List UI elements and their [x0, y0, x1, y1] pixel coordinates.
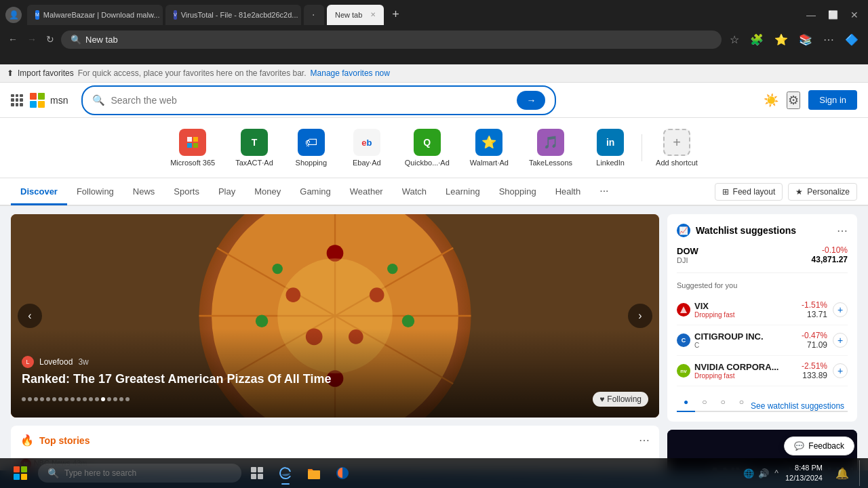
- show-desktop-button[interactable]: [859, 460, 863, 486]
- profile-icon[interactable]: 👤: [5, 7, 22, 23]
- taskbar: 🔍 🌐 🔊 ^: [0, 458, 868, 488]
- extensions-button[interactable]: 🧩: [746, 29, 768, 50]
- edge-sidebar-button[interactable]: 🔷: [841, 29, 863, 50]
- refresh-button[interactable]: ↻: [43, 31, 57, 47]
- forward-button[interactable]: →: [24, 31, 39, 47]
- tab-newtab[interactable]: New tab ✕: [327, 5, 384, 25]
- start-button[interactable]: [5, 460, 35, 486]
- feedback-button[interactable]: 💬 Feedback: [784, 436, 854, 455]
- tab-dot[interactable]: ·: [304, 5, 324, 25]
- shortcut-shopping[interactable]: 🏷 Shopping: [284, 123, 338, 172]
- add-citi-button[interactable]: +: [833, 333, 848, 348]
- wl-tab-3[interactable]: ○: [714, 394, 732, 412]
- title-bar: 👤 M MalwareBazaar | Download malw... ✕ V…: [0, 0, 868, 26]
- apps-grid-button[interactable]: [11, 94, 23, 106]
- see-suggestions-link[interactable]: See watchlist suggestions: [751, 401, 844, 411]
- wl-tab-4[interactable]: ○: [732, 394, 751, 412]
- stock-item-vix[interactable]: VIX Dropping fast -1.51% 13.71 +: [677, 295, 848, 325]
- close-button[interactable]: ✕: [846, 5, 863, 24]
- manage-favorites-link[interactable]: Manage favorites now: [311, 68, 390, 78]
- tab-play[interactable]: Play: [209, 180, 245, 205]
- shortcut-quickbooks[interactable]: Q Quickbo...·Ad: [395, 123, 459, 172]
- nvda-logo: nv: [677, 364, 690, 378]
- dow-section: DOW DJI -0.10% 43,871.27: [677, 245, 848, 273]
- taskbar-clock[interactable]: 8:48 PM 12/13/2024: [780, 460, 828, 487]
- tab-shopping[interactable]: Shopping: [490, 180, 546, 205]
- tab-weather[interactable]: Weather: [340, 180, 393, 205]
- address-field[interactable]: [85, 35, 712, 45]
- feed-layout-button[interactable]: ⊞ Feed layout: [715, 183, 783, 201]
- carousel-overlay: L Lovefood 3w Ranked: The 17 Greatest Am…: [11, 329, 659, 418]
- shortcut-add[interactable]: + Add shortcut: [646, 123, 707, 172]
- personalize-button[interactable]: ★ Personalize: [788, 183, 857, 201]
- tab-watch[interactable]: Watch: [393, 180, 436, 205]
- walmart-icon: ⭐: [475, 129, 502, 156]
- carousel-follow-button[interactable]: ♥ Following: [593, 392, 648, 407]
- taskbar-firefox-icon[interactable]: [330, 460, 355, 486]
- maximize-button[interactable]: ⬜: [824, 5, 842, 24]
- search-input[interactable]: [111, 95, 511, 106]
- minimize-button[interactable]: —: [802, 5, 820, 24]
- taskbar-explorer-icon[interactable]: [301, 460, 327, 486]
- feedback-icon: 💬: [794, 441, 804, 451]
- tab-money[interactable]: Money: [245, 180, 290, 205]
- new-tab-button[interactable]: +: [387, 6, 405, 23]
- collections-button[interactable]: 📚: [795, 29, 816, 50]
- system-tray[interactable]: 🌐 🔊: [739, 468, 773, 479]
- chevron-up-icon[interactable]: ^: [774, 468, 778, 478]
- task-view-button[interactable]: [244, 460, 270, 486]
- search-submit-button[interactable]: →: [517, 91, 545, 110]
- walmart-label: Walmart·Ad: [470, 159, 509, 167]
- new-tab-page: msn 🔍 → ☀️ ⚙ Sign in Micr: [0, 83, 868, 488]
- dot-12: [89, 397, 93, 401]
- top-stories-more-button[interactable]: ⋯: [639, 434, 650, 447]
- tab-discover[interactable]: Discover: [11, 180, 67, 205]
- search-bar[interactable]: 🔍 →: [81, 85, 556, 115]
- back-button[interactable]: ←: [5, 31, 20, 47]
- carousel-prev-button[interactable]: ‹: [18, 304, 42, 328]
- add-vix-button[interactable]: +: [833, 302, 848, 317]
- msn-logo[interactable]: msn: [30, 93, 68, 108]
- tab-more[interactable]: ···: [590, 178, 618, 206]
- tab-news[interactable]: News: [123, 180, 165, 205]
- taskbar-search[interactable]: 🔍: [38, 464, 241, 483]
- tab-learning[interactable]: Learning: [436, 180, 490, 205]
- dot-2: [28, 397, 32, 401]
- add-nvda-button[interactable]: +: [833, 363, 848, 378]
- weather-widget[interactable]: ☀️: [764, 93, 778, 108]
- carousel-next-button[interactable]: ›: [628, 304, 652, 328]
- shortcut-linkedin[interactable]: in LinkedIn: [583, 123, 637, 172]
- sign-in-button[interactable]: Sign in: [808, 90, 857, 110]
- wl-tab-2[interactable]: ○: [695, 394, 713, 412]
- taskbar-search-input[interactable]: [64, 468, 232, 478]
- browser-settings-button[interactable]: ⋯: [819, 29, 838, 50]
- search-icon-msn: 🔍: [92, 94, 105, 106]
- address-input-container[interactable]: 🔍: [61, 30, 722, 49]
- tab-malwarebazaar[interactable]: M MalwareBazaar | Download malw... ✕: [27, 5, 163, 25]
- stock-item-nvda[interactable]: nv NVIDIA CORPORA... Dropping fast -2.51…: [677, 356, 848, 386]
- favorites-button[interactable]: ⭐: [770, 29, 792, 50]
- notification-bell-button[interactable]: 🔔: [829, 460, 855, 486]
- stock-item-citi[interactable]: C CITIGROUP INC. C -0.47% 71.09 +: [677, 325, 848, 356]
- tab-close-4[interactable]: ✕: [370, 11, 376, 18]
- wl-tab-1[interactable]: ●: [677, 394, 695, 412]
- shortcut-takelessons[interactable]: 🎵 TakeLessons: [519, 123, 582, 172]
- shopping-icon: 🏷: [298, 129, 325, 156]
- star-button[interactable]: ☆: [726, 29, 743, 50]
- dot-11: [83, 397, 87, 401]
- shortcut-ms365[interactable]: Microsoft 365: [161, 123, 224, 172]
- dot-indicators: [22, 397, 130, 401]
- tab-following[interactable]: Following: [67, 180, 123, 205]
- tab-health[interactable]: Health: [546, 180, 591, 205]
- tab-sports[interactable]: Sports: [164, 180, 209, 205]
- tab-virustotal[interactable]: V VirusTotal - File - 81e2acbd26c2d... ✕: [165, 5, 301, 25]
- dot-13: [95, 397, 99, 401]
- shortcut-taxact[interactable]: T TaxACT·Ad: [226, 123, 283, 172]
- shortcut-walmart[interactable]: ⭐ Walmart·Ad: [460, 123, 518, 172]
- tab-gaming[interactable]: Gaming: [290, 180, 340, 205]
- taskbar-edge-icon[interactable]: [273, 460, 298, 486]
- watchlist-more-button[interactable]: ⋯: [837, 224, 848, 237]
- shortcut-ebay[interactable]: eb Ebay·Ad: [340, 123, 394, 172]
- suggested-label: Suggested for you: [677, 281, 848, 289]
- settings-button[interactable]: ⚙: [787, 92, 800, 109]
